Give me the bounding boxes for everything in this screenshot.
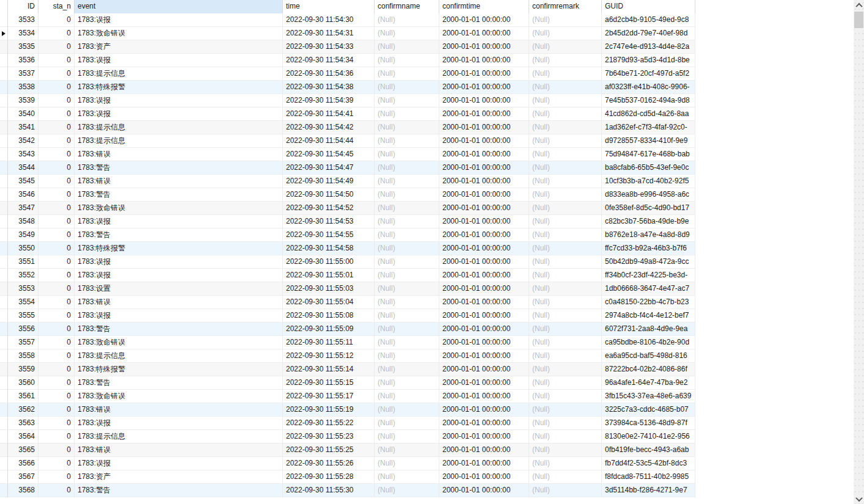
cell-guid[interactable]: 0fe358ef-8d5c-4d90-bd17 (602, 202, 695, 215)
cell-confirmname[interactable]: (Null) (375, 296, 439, 309)
cell-confirmtime[interactable]: 2000-01-01 00:00:00 (439, 309, 529, 323)
cell-id[interactable]: 3566 (8, 457, 38, 470)
cell-id[interactable]: 3556 (8, 323, 38, 336)
row-selector[interactable] (0, 215, 8, 228)
row-selector[interactable] (0, 349, 8, 363)
cell-sta_n[interactable]: 0 (38, 54, 75, 67)
cell-id[interactable]: 3538 (8, 81, 38, 94)
cell-confirmname[interactable]: (Null) (375, 148, 439, 161)
cell-confirmname[interactable]: (Null) (375, 255, 439, 269)
cell-time[interactable]: 2022-09-30 11:55:22 (283, 417, 375, 430)
cell-id[interactable]: 3553 (8, 282, 38, 296)
cell-confirmname[interactable]: (Null) (375, 188, 439, 202)
cell-confirmname[interactable]: (Null) (375, 40, 439, 54)
cell-time[interactable]: 2022-09-30 11:54:55 (283, 228, 375, 242)
cell-time[interactable]: 2022-09-30 11:55:12 (283, 349, 375, 363)
cell-time[interactable]: 2022-09-30 11:55:04 (283, 296, 375, 309)
cell-guid[interactable]: 7e45b537-0162-494a-9d8 (602, 94, 695, 108)
row-selector[interactable] (0, 175, 8, 188)
cell-id[interactable]: 3562 (8, 403, 38, 417)
cell-event[interactable]: 1783:误报 (75, 108, 283, 121)
cell-confirmremark[interactable]: (Null) (529, 430, 602, 444)
cell-confirmremark[interactable]: (Null) (529, 188, 602, 202)
cell-guid[interactable]: 0fb419fe-becc-4943-a6ab (602, 444, 695, 457)
cell-event[interactable]: 1783:误报 (75, 13, 283, 27)
cell-confirmname[interactable]: (Null) (375, 403, 439, 417)
row-selector[interactable] (0, 430, 8, 444)
cell-event[interactable]: 1783:设置 (75, 282, 283, 296)
cell-time[interactable]: 2022-09-30 11:54:53 (283, 215, 375, 228)
cell-time[interactable]: 2022-09-30 11:54:39 (283, 94, 375, 108)
cell-confirmname[interactable]: (Null) (375, 13, 439, 27)
cell-id[interactable]: 3544 (8, 161, 38, 175)
cell-confirmtime[interactable]: 2000-01-01 00:00:00 (439, 417, 529, 430)
cell-confirmremark[interactable]: (Null) (529, 67, 602, 81)
cell-sta_n[interactable]: 0 (38, 202, 75, 215)
cell-event[interactable]: 1783:误报 (75, 255, 283, 269)
cell-sta_n[interactable]: 0 (38, 457, 75, 470)
cell-sta_n[interactable]: 0 (38, 417, 75, 430)
cell-confirmtime[interactable]: 2000-01-01 00:00:00 (439, 349, 529, 363)
cell-id[interactable]: 3546 (8, 188, 38, 202)
cell-confirmname[interactable]: (Null) (375, 108, 439, 121)
cell-confirmtime[interactable]: 2000-01-01 00:00:00 (439, 40, 529, 54)
cell-sta_n[interactable]: 0 (38, 134, 75, 148)
cell-time[interactable]: 2022-09-30 11:55:01 (283, 269, 375, 282)
cell-confirmname[interactable]: (Null) (375, 444, 439, 457)
cell-id[interactable]: 3537 (8, 67, 38, 81)
cell-guid[interactable]: 87222bc4-02b2-4086-86f (602, 363, 695, 376)
cell-confirmname[interactable]: (Null) (375, 309, 439, 323)
cell-time[interactable]: 2022-09-30 11:55:19 (283, 403, 375, 417)
row-selector[interactable] (0, 134, 8, 148)
cell-time[interactable]: 2022-09-30 11:54:42 (283, 121, 375, 134)
cell-id[interactable]: 3552 (8, 269, 38, 282)
cell-confirmname[interactable]: (Null) (375, 282, 439, 296)
cell-time[interactable]: 2022-09-30 11:55:17 (283, 390, 375, 403)
cell-confirmname[interactable]: (Null) (375, 336, 439, 349)
cell-sta_n[interactable]: 0 (38, 175, 75, 188)
cell-confirmremark[interactable]: (Null) (529, 13, 602, 27)
cell-time[interactable]: 2022-09-30 11:54:50 (283, 188, 375, 202)
cell-confirmtime[interactable]: 2000-01-01 00:00:00 (439, 336, 529, 349)
cell-confirmremark[interactable]: (Null) (529, 148, 602, 161)
row-selector[interactable] (0, 161, 8, 175)
cell-sta_n[interactable]: 0 (38, 242, 75, 255)
cell-id[interactable]: 3534 (8, 27, 38, 40)
cell-confirmtime[interactable]: 2000-01-01 00:00:00 (439, 67, 529, 81)
row-selector[interactable] (0, 390, 8, 403)
row-selector[interactable] (0, 296, 8, 309)
cell-confirmname[interactable]: (Null) (375, 242, 439, 255)
cell-id[interactable]: 3549 (8, 228, 38, 242)
cell-event[interactable]: 1783:提示信息 (75, 121, 283, 134)
cell-confirmtime[interactable]: 2000-01-01 00:00:00 (439, 242, 529, 255)
row-selector[interactable] (0, 121, 8, 134)
cell-confirmname[interactable]: (Null) (375, 470, 439, 484)
cell-guid[interactable]: ba8cfab6-65b5-43ef-9e0c (602, 161, 695, 175)
row-selector[interactable] (0, 457, 8, 470)
cell-event[interactable]: 1783:误报 (75, 417, 283, 430)
cell-event[interactable]: 1783:致命错误 (75, 202, 283, 215)
row-selector[interactable] (0, 81, 8, 94)
cell-time[interactable]: 2022-09-30 11:55:30 (283, 484, 375, 497)
cell-id[interactable]: 3555 (8, 309, 38, 323)
row-selector[interactable] (0, 108, 8, 121)
cell-confirmremark[interactable]: (Null) (529, 376, 602, 390)
cell-time[interactable]: 2022-09-30 11:54:33 (283, 40, 375, 54)
cell-confirmtime[interactable]: 2000-01-01 00:00:00 (439, 228, 529, 242)
cell-sta_n[interactable]: 0 (38, 269, 75, 282)
cell-confirmtime[interactable]: 2000-01-01 00:00:00 (439, 484, 529, 497)
cell-confirmtime[interactable]: 2000-01-01 00:00:00 (439, 81, 529, 94)
cell-event[interactable]: 1783:错误 (75, 444, 283, 457)
cell-sta_n[interactable]: 0 (38, 215, 75, 228)
cell-confirmtime[interactable]: 2000-01-01 00:00:00 (439, 323, 529, 336)
cell-confirmname[interactable]: (Null) (375, 161, 439, 175)
cell-confirmtime[interactable]: 2000-01-01 00:00:00 (439, 188, 529, 202)
cell-id[interactable]: 3560 (8, 376, 38, 390)
cell-confirmtime[interactable]: 2000-01-01 00:00:00 (439, 470, 529, 484)
cell-confirmremark[interactable]: (Null) (529, 108, 602, 121)
cell-confirmtime[interactable]: 2000-01-01 00:00:00 (439, 255, 529, 269)
cell-time[interactable]: 2022-09-30 11:54:30 (283, 13, 375, 27)
cell-id[interactable]: 3539 (8, 94, 38, 108)
cell-confirmtime[interactable]: 2000-01-01 00:00:00 (439, 202, 529, 215)
cell-confirmtime[interactable]: 2000-01-01 00:00:00 (439, 269, 529, 282)
